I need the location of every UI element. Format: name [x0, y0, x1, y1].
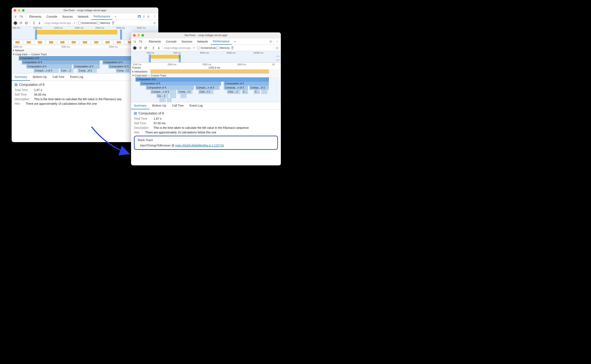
tab-elements[interactable]: Elements	[147, 38, 163, 45]
flame-block[interactable]: Com… 2	[227, 90, 241, 94]
flame-block[interactable]: Co… 2	[156, 94, 168, 98]
reload-icon[interactable]	[138, 46, 143, 51]
flame-block[interactable]: Computation of 5	[22, 60, 100, 65]
more-tabs-icon[interactable]: »	[113, 14, 118, 19]
flame-block[interactable]: Comp…f 2	[177, 90, 192, 94]
filmstrip-frame[interactable]	[68, 40, 79, 45]
flame-block[interactable]: Comp…f 2	[116, 69, 134, 73]
upload-icon[interactable]	[151, 46, 156, 51]
screenshots-checkbox[interactable]: Screenshots	[78, 21, 96, 25]
filmstrip-frame[interactable]	[12, 40, 23, 45]
more-tabs-icon[interactable]: »	[233, 39, 238, 44]
trash-icon[interactable]	[111, 20, 116, 26]
flame-block[interactable]: C…	[254, 90, 260, 94]
titlebar[interactable]: DevTools - corgi-collage.vercel.app/	[131, 32, 281, 38]
screenshots-checkbox[interactable]: Screenshots	[197, 46, 216, 49]
maximize-icon[interactable]	[22, 9, 25, 12]
tab-event-log[interactable]: Event Log	[67, 74, 86, 81]
tab-network[interactable]: Network	[76, 13, 90, 20]
flame-block[interactable]	[261, 90, 267, 94]
kebab-icon[interactable]: ⋮	[152, 14, 157, 19]
traffic-lights[interactable]	[133, 34, 144, 37]
track-custom[interactable]: Corgi track — Custom Track	[131, 74, 281, 78]
url-select[interactable]: corgi-collage.vercel.app…	[164, 46, 193, 49]
flame-block[interactable]: Computation of 3	[73, 65, 100, 69]
tab-performance[interactable]: Performance	[211, 38, 232, 45]
filmstrip-frame[interactable]	[46, 40, 57, 45]
minimize-icon[interactable]	[137, 34, 140, 37]
filmstrip-frame[interactable]	[80, 40, 90, 45]
memory-checkbox[interactable]: Memory	[97, 21, 110, 25]
filmstrip-frame[interactable]	[57, 40, 68, 45]
flame-block[interactable]	[170, 94, 176, 98]
frames-row[interactable]: Frames 2155.4 ms	[131, 66, 281, 69]
tab-sources[interactable]: Sources	[180, 38, 194, 45]
flame-block[interactable]: C…	[242, 90, 248, 94]
tab-performance[interactable]: Performance	[91, 13, 112, 20]
stack-link[interactable]: main.63cb5c4bde8be90a.js:1:122716	[175, 144, 224, 147]
tab-summary[interactable]: Summary	[12, 74, 30, 81]
flame-block[interactable]	[160, 98, 166, 102]
tab-console[interactable]: Console	[44, 13, 59, 20]
inspect-icon[interactable]	[13, 14, 18, 19]
flame-chart[interactable]: Computation of 6 Computation of 5 Comput…	[131, 78, 281, 102]
overview-body[interactable]: CPU NET	[131, 54, 281, 62]
maximize-icon[interactable]	[141, 34, 144, 37]
gear-icon[interactable]	[146, 14, 151, 19]
clear-icon[interactable]	[24, 20, 29, 26]
flame-block[interactable]: Computa…n of 3	[224, 86, 248, 90]
settings-gear-icon[interactable]	[152, 20, 157, 26]
screenshots-check[interactable]	[78, 22, 81, 24]
dropdown-caret-icon[interactable]: ▾	[193, 46, 195, 49]
range-handle-right[interactable]	[120, 30, 122, 39]
range-handle-left[interactable]	[35, 30, 37, 39]
tab-console[interactable]: Console	[164, 38, 179, 45]
tab-bottom-up[interactable]: Bottom-Up	[149, 102, 169, 109]
flame-block[interactable]: Comput…n of 3	[195, 86, 220, 90]
record-button[interactable]	[132, 46, 137, 51]
flame-block[interactable]: Computation of 6	[136, 78, 269, 81]
download-icon[interactable]	[156, 46, 161, 51]
reload-icon[interactable]	[18, 20, 23, 26]
tab-network[interactable]: Network	[195, 38, 210, 45]
flame-block[interactable]: Computation of 4	[146, 86, 194, 90]
close-icon[interactable]	[133, 34, 136, 37]
download-icon[interactable]	[37, 20, 42, 26]
titlebar[interactable]: DevTools - corgi-collage.vercel.app/	[12, 7, 158, 13]
flame-block[interactable]: Compu…of 2	[249, 86, 269, 90]
device-icon[interactable]	[138, 39, 143, 44]
traffic-lights[interactable]	[14, 9, 25, 12]
tab-bottom-up[interactable]: Bottom-Up	[30, 74, 50, 81]
chat-icon[interactable]	[137, 14, 142, 19]
flame-block[interactable]: Computation of 5	[140, 82, 221, 86]
filmstrip-frame[interactable]	[23, 40, 34, 45]
screenshots-check[interactable]	[197, 46, 200, 49]
memory-check[interactable]	[97, 22, 100, 24]
flame-block[interactable]: Comput…n of 3	[151, 90, 176, 94]
track-interactions[interactable]: Interactions	[131, 69, 281, 74]
memory-check[interactable]	[216, 46, 219, 49]
dropdown-caret-icon[interactable]: ▾	[74, 21, 75, 25]
trash-icon[interactable]	[230, 46, 235, 51]
record-button[interactable]	[13, 20, 18, 26]
memory-checkbox[interactable]: Memory	[216, 46, 230, 49]
kebab-icon[interactable]: ⋮	[275, 39, 280, 44]
tab-call-tree[interactable]: Call Tree	[169, 102, 187, 109]
filmstrip-frame[interactable]	[91, 40, 102, 45]
close-icon[interactable]	[14, 9, 16, 12]
flame-block[interactable]: Com…f 2	[198, 90, 214, 94]
interaction-bar[interactable]	[151, 70, 269, 73]
flame-block[interactable]	[181, 94, 187, 98]
tab-summary[interactable]: Summary	[131, 102, 149, 109]
clear-icon[interactable]	[143, 46, 148, 51]
flame-block[interactable]: Com… 2	[60, 69, 73, 73]
overview-timeline[interactable]: 000 ms 000 ms 6000 ms 8000 ms 10000 ms C…	[131, 51, 281, 63]
tab-event-log[interactable]: Event Log	[187, 102, 206, 109]
device-icon[interactable]	[19, 14, 24, 19]
flame-block[interactable]: Comp…of 2	[78, 69, 97, 73]
range-handle-right[interactable]	[179, 54, 181, 62]
url-select[interactable]: corgi-collage.vercel.app…	[45, 22, 74, 25]
filmstrip-frame[interactable]	[34, 40, 45, 45]
tab-sources[interactable]: Sources	[60, 13, 75, 20]
upload-icon[interactable]	[31, 20, 36, 26]
